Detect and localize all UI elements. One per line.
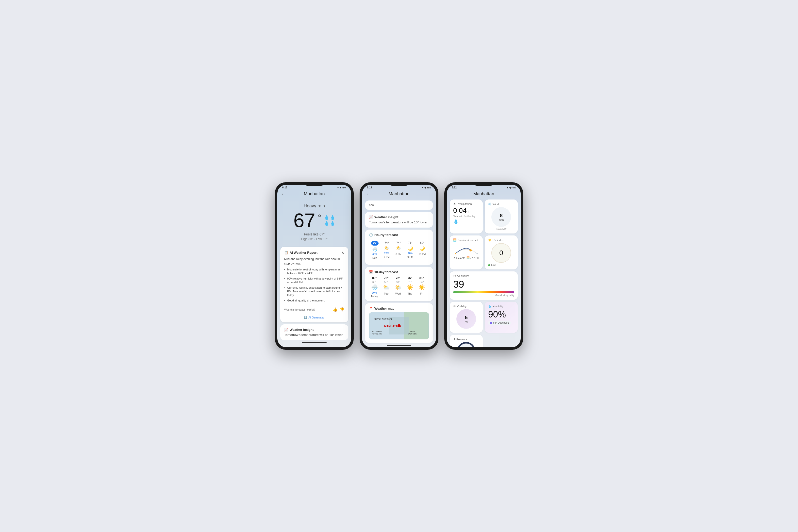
svg-point-12: [470, 249, 472, 251]
day-item-1: 73° 58° ⛅ Tue: [381, 276, 392, 298]
day-icon-4: ☀️: [418, 284, 425, 291]
wifi-icon: ▾: [338, 187, 339, 189]
bullet-4: Good air quality at the moment.: [284, 299, 344, 302]
signal-icon-2: ◀: [424, 187, 426, 189]
time-2: 6:13: [367, 186, 372, 189]
precip-title: 🌧 Precipitation: [453, 203, 479, 205]
collapse-button[interactable]: ∧: [341, 250, 344, 255]
wind-direction: From NW: [488, 228, 514, 230]
top-bar-3: ← Manhattan: [447, 190, 521, 198]
info-icon: ℹ️: [304, 316, 307, 319]
day-low-3: 61°: [408, 281, 412, 284]
hourly-temp-0: 75°: [371, 241, 379, 246]
day-name-4: Fri: [420, 292, 423, 295]
hourly-icon-0: 🌧️: [372, 247, 378, 252]
feels-like: Feels like 67°: [283, 232, 345, 236]
calendar-icon: 📅: [369, 270, 373, 274]
day-item-2: 72° 58° 🌤️ Wed: [393, 276, 403, 298]
uv-starburst: 0: [491, 243, 511, 263]
day-high-4: 81°: [419, 276, 424, 280]
insight-title-1: 📈 Weather insight: [284, 328, 344, 331]
scroll-content-1[interactable]: Heavy rain 67 ° 💧💧 💧💧 Feels like 67° Hig: [277, 198, 351, 347]
precip-value-row: 0.04 in: [453, 207, 479, 214]
dew-point-value: 64°: [493, 321, 497, 324]
sunrise-card: 🌅 Sunrise & sunset ☀ 6:11 AM: [450, 235, 483, 269]
bullet-2: 90% relative humidity with a dew point o…: [284, 277, 344, 284]
sunrise-times: ☀ 6:11 AM 🌅 7:47 PM: [453, 256, 479, 259]
hourly-item-5: 69° 🌙 5% 11 PM: [428, 240, 429, 260]
uv-dot: [488, 264, 490, 266]
hourly-title: 🕐 Hourly forecast: [369, 233, 429, 237]
home-indicator-2: [387, 345, 411, 346]
wind-speed: 8: [500, 213, 502, 218]
clock-icon: 🕐: [369, 233, 373, 237]
visibility-unit: mi: [465, 320, 468, 323]
uv-label-row: Low: [488, 264, 514, 266]
svg-text:City of New York: City of New York: [374, 318, 392, 320]
hourly-item-4: 69° 🌙 10 PM: [416, 240, 428, 260]
home-indicator-1: [302, 342, 327, 343]
day-icon-1: ⛅: [383, 284, 390, 291]
day-high-0: 83°: [372, 276, 377, 280]
uv-label: Low: [491, 264, 496, 266]
uv-title: ☀️ UV index: [488, 239, 514, 242]
dew-point-label: Dew point: [498, 321, 509, 324]
ai-report-title: 📋 AI Weather Report: [284, 251, 318, 254]
hourly-precip-0: 60%: [373, 253, 377, 256]
notch-1: [304, 182, 324, 186]
visibility-title: 👁 Visibility: [453, 305, 479, 308]
temperature: 67: [293, 211, 315, 230]
day-item-3: 76° 61° ☀️ Thu: [404, 276, 415, 298]
visibility-circle: 5 mi: [456, 309, 476, 329]
back-button-2[interactable]: ←: [366, 192, 370, 196]
day-high-3: 76°: [407, 276, 412, 280]
wind-circle: 8 mph: [491, 207, 511, 227]
signal-icon-3: ◀: [509, 187, 511, 189]
day-low-0: 63°: [373, 281, 377, 284]
tenday-title: 📅 10-day forecast: [369, 270, 429, 274]
precip-sub: Total rain for the day: [453, 215, 479, 218]
ai-report-card: 📋 AI Weather Report ∧ Mild and rainy eve…: [280, 247, 348, 322]
pressure-svg: [456, 342, 476, 347]
hourly-time-2: 8 PM: [396, 253, 401, 256]
humidity-title: 💧 Humidity: [488, 305, 514, 308]
precip-value: 0.04: [453, 207, 467, 214]
uv-icon: ☀️: [488, 239, 492, 242]
back-button-1[interactable]: ←: [281, 192, 285, 196]
back-button-3[interactable]: ←: [451, 192, 455, 196]
phone-2: 6:13 ▾ ◀ 46% ← Manhattan now. 📈 Weather …: [360, 182, 438, 350]
day-item-5: 83° 67° ☀️ Sat: [428, 276, 429, 298]
temp-display: 67 ° 💧💧 💧💧: [283, 211, 345, 230]
feedback-question: Was this forecast helpful?: [284, 308, 315, 311]
wifi-icon-3: ▾: [507, 187, 508, 189]
sunrise-title: 🌅 Sunrise & sunset: [453, 239, 479, 242]
time-1: 6:13: [282, 186, 287, 189]
report-icon: 📋: [284, 251, 288, 254]
high-low: High 83° · Low 63°: [283, 237, 345, 241]
detail-grid: 🌧 Precipitation 0.04 in Total rain for t…: [447, 198, 521, 347]
dew-dot: [490, 322, 492, 324]
scroll-content-3[interactable]: 🌧 Precipitation 0.04 in Total rain for t…: [447, 198, 521, 347]
bullet-3: Currently raining, expect rain to stop a…: [284, 286, 344, 297]
top-bar-2: ← Manhattan: [362, 190, 436, 198]
air-quality-value: 39: [453, 279, 464, 290]
svg-text:UPPER: UPPER: [409, 330, 415, 332]
hourly-scroll[interactable]: 75° 🌧️ 60% Now 74° 🌤️ 20% 7 PM 74° 🌤️: [369, 239, 429, 261]
battery-3: 46%: [511, 187, 516, 189]
hourly-temp-3: 71°: [408, 241, 413, 245]
precip-icon: 🌧: [453, 203, 456, 205]
insight-text-2: Tomorrow's temperature will be 10° lower: [369, 221, 429, 224]
thumbs-up-icon[interactable]: 👍: [332, 307, 338, 312]
wind-icon: 💨: [488, 203, 492, 206]
day-icon-2: 🌤️: [395, 284, 401, 291]
thumbs-down-icon[interactable]: 👎: [339, 307, 344, 312]
insight-card-1: 📈 Weather insight Tomorrow's temperature…: [280, 324, 348, 340]
map-placeholder[interactable]: City of New York MANHATTAN Jln Center fo…: [369, 312, 429, 339]
wind-unit: mph: [498, 218, 504, 222]
humidity-value: 90%: [488, 309, 506, 320]
hourly-precip-1: 20%: [384, 252, 389, 255]
scroll-content-2[interactable]: now. 📈 Weather insight Tomorrow's temper…: [362, 198, 436, 347]
rain-drops: 💧💧 💧💧: [324, 215, 335, 226]
ai-generated-label[interactable]: ℹ️ AI Generated: [284, 314, 344, 319]
day-item-0: 83° 63° 🌧️ 90% Today: [369, 276, 380, 298]
